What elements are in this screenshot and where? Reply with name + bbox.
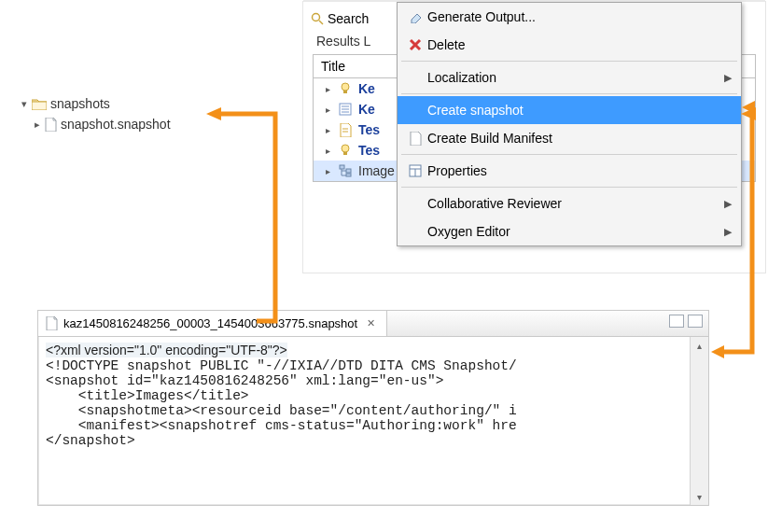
search-icon — [311, 12, 324, 25]
menu-item[interactable]: Generate Output... — [398, 3, 741, 31]
tree-folder-row[interactable]: ▾ snapshots — [19, 93, 171, 114]
editor-panel: kaz1450816248256_00003_1454003663775.sna… — [37, 310, 709, 506]
menu-item-label: Oxygen Editor — [427, 224, 724, 239]
doc-icon — [338, 122, 353, 137]
file-tree: ▾ snapshots ▸ snapshot.snapshot — [19, 93, 171, 134]
scroll-down-icon[interactable]: ▾ — [691, 488, 708, 505]
menu-separator — [401, 93, 737, 94]
search-panel: Search Results L Title ▸ Ke▸ Ke▸ Tes▸ Te… — [303, 2, 765, 273]
menu-item-label: Create Build Manifest — [427, 131, 732, 146]
list-item-label: Image — [358, 163, 395, 178]
chevron-right-icon: ▶ — [724, 198, 732, 210]
svg-point-1 — [313, 14, 320, 21]
page-icon — [403, 132, 427, 146]
menu-item[interactable]: Localization ▶ — [398, 63, 741, 91]
expand-icon[interactable]: ▸ — [323, 105, 332, 115]
expand-icon[interactable]: ▸ — [323, 84, 332, 94]
menu-item[interactable]: Properties — [398, 157, 741, 185]
menu-separator — [401, 61, 737, 62]
close-icon[interactable]: ✕ — [363, 317, 379, 329]
props-icon — [403, 164, 427, 177]
svg-rect-12 — [343, 152, 347, 155]
menu-item[interactable]: Create Build Manifest — [398, 124, 741, 152]
menu-item-label: Delete — [427, 37, 732, 52]
svg-point-11 — [342, 145, 349, 152]
list-icon — [338, 102, 353, 117]
menu-separator — [401, 187, 737, 188]
search-tab-label: Search — [328, 11, 369, 26]
lightbulb-icon — [338, 143, 353, 158]
delete-icon — [403, 38, 427, 51]
svg-rect-4 — [343, 91, 347, 93]
menu-item-label: Generate Output... — [427, 9, 732, 24]
minimize-button[interactable] — [669, 315, 684, 328]
list-item-label: Tes — [358, 143, 380, 158]
menu-item[interactable]: Oxygen Editor ▶ — [398, 217, 741, 245]
svg-rect-15 — [346, 174, 351, 176]
scrollbar[interactable]: ▴ ▾ — [690, 337, 708, 505]
code-area[interactable]: <?xml version="1.0" encoding="UTF-8"?> <… — [38, 337, 690, 505]
chevron-right-icon: ▶ — [724, 226, 732, 238]
menu-item-label: Localization — [427, 70, 724, 85]
svg-rect-14 — [346, 169, 351, 173]
menu-item-label: Create snapshot — [427, 103, 732, 118]
tree-folder-label: snapshots — [50, 96, 110, 111]
maximize-button[interactable] — [688, 315, 703, 328]
expand-icon[interactable]: ▸ — [323, 146, 332, 156]
editor-tab-title: kaz1450816248256_00003_1454003663775.sna… — [63, 316, 357, 330]
svg-rect-0 — [32, 102, 47, 110]
menu-item[interactable]: Create snapshot — [398, 96, 741, 124]
chevron-right-icon: ▶ — [724, 72, 732, 84]
menu-item[interactable]: Collaborative Reviewer ▶ — [398, 189, 741, 217]
menu-item-label: Collaborative Reviewer — [427, 196, 724, 211]
eraser-icon — [403, 10, 427, 23]
tree-icon — [338, 163, 353, 178]
svg-marker-16 — [412, 14, 421, 23]
expand-icon[interactable]: ▸ — [323, 125, 332, 135]
file-icon — [45, 118, 57, 132]
file-icon — [46, 316, 58, 330]
lightbulb-icon — [338, 81, 353, 96]
context-menu: Generate Output... Delete Localization ▶… — [397, 2, 742, 246]
arrow-tree-to-editor — [201, 103, 294, 345]
editor-tabbar: kaz1450816248256_00003_1454003663775.sna… — [38, 311, 708, 337]
svg-point-3 — [342, 83, 349, 91]
svg-rect-13 — [340, 165, 344, 169]
folder-icon — [32, 98, 47, 110]
tree-file-row[interactable]: ▸ snapshot.snapshot — [19, 114, 171, 134]
menu-item-label: Properties — [427, 163, 732, 178]
svg-line-2 — [319, 21, 323, 24]
tree-file-label: snapshot.snapshot — [61, 117, 171, 132]
list-item-label: Ke — [358, 102, 375, 117]
menu-item[interactable]: Delete — [398, 31, 741, 59]
list-item-label: Tes — [358, 122, 380, 137]
editor-tab[interactable]: kaz1450816248256_00003_1454003663775.sna… — [38, 311, 387, 336]
scroll-up-icon[interactable]: ▴ — [691, 337, 708, 354]
menu-separator — [401, 154, 737, 155]
list-item-label: Ke — [358, 81, 375, 96]
collapse-icon[interactable]: ▾ — [19, 98, 30, 110]
expand-icon[interactable]: ▸ — [323, 166, 332, 176]
expand-icon[interactable]: ▸ — [32, 119, 43, 131]
